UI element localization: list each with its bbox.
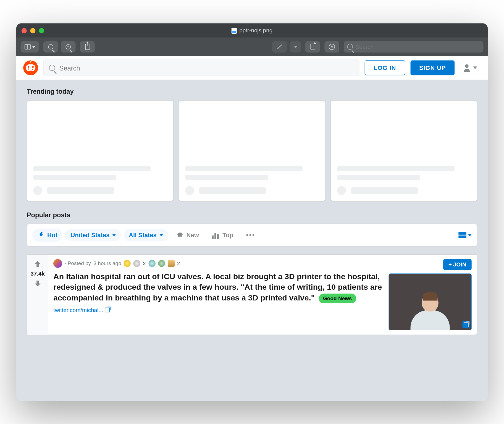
award-pie-icon[interactable] [167, 260, 174, 267]
zoom-out-icon [48, 44, 53, 49]
thumbnail-image [411, 293, 450, 330]
skeleton-line [47, 187, 114, 194]
signup-button[interactable]: SIGN UP [410, 60, 455, 75]
macos-titlebar: pptr-nojs.png [16, 23, 488, 38]
sort-more-button[interactable] [241, 231, 259, 238]
macos-search-field[interactable] [344, 41, 484, 52]
vote-score: 37.4k [30, 270, 44, 277]
external-link-icon [105, 307, 110, 312]
chevron-down-icon [112, 234, 116, 236]
subreddit-avatar[interactable] [53, 259, 62, 268]
external-link-icon [464, 322, 468, 327]
maximize-window-button[interactable] [39, 28, 44, 33]
trending-card-placeholder[interactable] [27, 100, 174, 201]
award-gold-icon[interactable] [124, 260, 131, 267]
user-icon [463, 64, 470, 71]
sort-top-label: Top [222, 231, 233, 238]
skeleton-line [199, 187, 266, 194]
award-silver-icon[interactable] [133, 260, 140, 267]
popular-heading: Popular posts [27, 211, 477, 218]
reddit-search-input[interactable] [59, 64, 354, 71]
trending-cards [27, 100, 477, 201]
skeleton-line [33, 175, 116, 180]
zoom-in-icon [65, 44, 71, 49]
post-thumbnail[interactable] [389, 273, 472, 330]
award-count: 2 [177, 261, 180, 266]
upvote-button[interactable] [33, 259, 43, 269]
search-icon [347, 44, 353, 50]
trending-card-placeholder[interactable] [330, 100, 477, 201]
trending-heading: Trending today [27, 87, 477, 95]
reddit-search-field[interactable] [43, 59, 359, 76]
sort-top-button[interactable]: Top [207, 228, 238, 241]
skeleton-line [185, 175, 268, 180]
geo-filter-country-label: United States [70, 231, 109, 238]
sort-bar: Hot United States All States Ne [27, 224, 477, 246]
window-title-text: pptr-nojs.png [239, 27, 272, 34]
login-button[interactable]: LOG IN [364, 60, 405, 75]
sidebar-toggle-button[interactable] [21, 41, 39, 52]
post-flair[interactable]: Good News [319, 293, 356, 303]
share-icon [85, 44, 90, 50]
post-link-text: twitter.com/michal... [53, 307, 103, 313]
thumbnail-external-badge [463, 321, 469, 328]
award-helpful-icon[interactable] [158, 260, 165, 267]
app-window: pptr-nojs.png A [16, 23, 488, 401]
minimize-window-button[interactable] [30, 28, 35, 33]
geo-filter-state[interactable]: All States [124, 229, 168, 241]
file-icon [232, 27, 237, 33]
search-icon [49, 65, 55, 71]
skeleton-line [351, 187, 418, 194]
geo-filter-state-label: All States [129, 231, 157, 238]
close-window-button[interactable] [22, 28, 27, 33]
rotate-icon [310, 44, 315, 49]
annotate-dropdown-button[interactable] [290, 41, 301, 52]
user-menu-button[interactable] [460, 62, 481, 73]
join-label: JOIN [453, 261, 466, 268]
vote-column: 37.4k [27, 255, 48, 334]
post-title[interactable]: An Italian hospital ran out of ICU valve… [53, 271, 382, 303]
chevron-down-icon [468, 234, 472, 236]
view-layout-button[interactable] [458, 232, 471, 238]
rotate-button[interactable] [305, 41, 320, 52]
skeleton-line [33, 166, 151, 171]
chevron-down-icon [159, 234, 163, 236]
chevron-down-icon [294, 46, 298, 48]
post-age: 3 hours ago [94, 260, 121, 266]
window-title: pptr-nojs.png [16, 27, 488, 34]
sort-hot-label: Hot [47, 231, 57, 238]
card-layout-icon [458, 232, 466, 238]
window-controls [22, 28, 44, 33]
share-button[interactable] [80, 41, 95, 52]
posted-by-prefix: · Posted by [65, 260, 91, 266]
macos-toolbar: A [16, 38, 488, 56]
sort-new-label: New [186, 231, 199, 238]
chevron-down-icon [473, 66, 477, 69]
skeleton-line [337, 175, 420, 180]
flame-icon [38, 231, 44, 239]
zoom-out-button[interactable] [43, 41, 58, 52]
chevron-down-icon [32, 46, 36, 48]
pencil-icon [277, 44, 282, 49]
award-count: 2 [143, 261, 146, 266]
zoom-in-button[interactable] [61, 41, 76, 52]
post-outbound-link[interactable]: twitter.com/michal... [53, 307, 382, 313]
geo-filter-country[interactable]: United States [65, 229, 121, 241]
trending-card-placeholder[interactable] [179, 100, 326, 201]
award-argentium-icon[interactable] [148, 260, 155, 267]
markup-icon: A [329, 44, 335, 50]
reddit-header: LOG IN SIGN UP [16, 56, 488, 79]
skeleton-avatar [337, 186, 346, 195]
dots-horizontal-icon [246, 234, 254, 236]
skeleton-avatar [185, 186, 194, 195]
sort-new-button[interactable]: New [171, 228, 204, 241]
join-button[interactable]: +JOIN [443, 259, 472, 270]
downvote-button[interactable] [33, 279, 43, 288]
annotate-button[interactable] [272, 41, 287, 52]
bars-icon [212, 231, 220, 239]
markup-button[interactable]: A [324, 41, 339, 52]
sort-hot-button[interactable]: Hot [32, 228, 63, 241]
post-meta: · Posted by 3 hours ago 2 2 [53, 259, 382, 268]
reddit-logo[interactable] [23, 60, 38, 75]
macos-search-input[interactable] [356, 43, 480, 50]
